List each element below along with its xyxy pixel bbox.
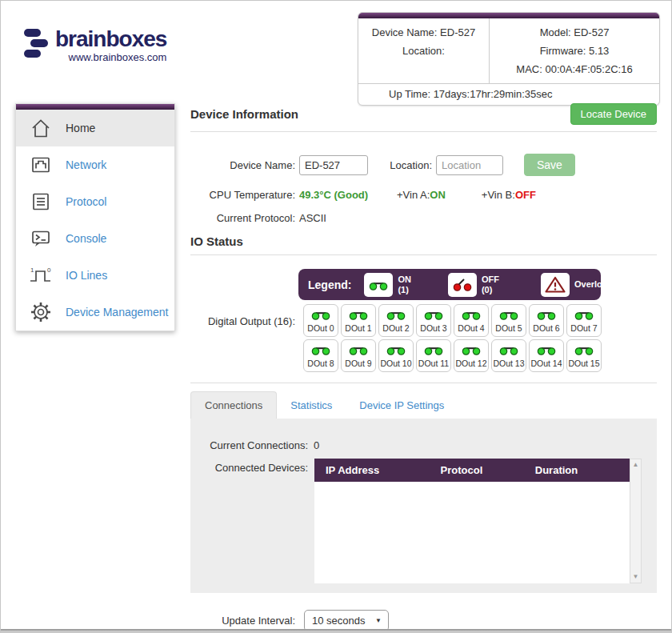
dout-label: DOut 5: [495, 323, 522, 333]
brand-name: brainboxes: [55, 28, 166, 50]
dout-label: DOut 6: [533, 323, 559, 333]
location-input[interactable]: [436, 155, 503, 175]
summary-model: Model: ED-527: [493, 23, 656, 42]
summary-firmware: Firmware: 5.13: [493, 42, 656, 60]
update-interval-select[interactable]: 10 seconds ▼: [304, 610, 389, 631]
io-lines-icon: 10: [16, 264, 66, 286]
brainboxes-logo-icon: [23, 28, 49, 65]
dout-5-button[interactable]: DOut 5: [491, 304, 526, 337]
switch-on-icon: [423, 344, 444, 359]
legend-off-sub: (0): [482, 285, 499, 295]
sidebar-item-label: Home: [66, 122, 95, 134]
switch-on-icon: [574, 344, 594, 359]
legend-off-label: OFF: [482, 274, 499, 285]
table-header-ip-address: IP Address: [314, 464, 441, 476]
dout-12-button[interactable]: DOut 12: [454, 339, 489, 372]
switch-on-icon: [348, 344, 369, 359]
current-protocol-label: Current Protocol:: [190, 212, 295, 224]
dout-10-button[interactable]: DOut 10: [378, 339, 414, 372]
console-icon: [16, 227, 66, 250]
dout-label: DOut 15: [568, 359, 599, 368]
switch-off-icon: [448, 273, 477, 297]
dout-4-button[interactable]: DOut 4: [454, 304, 489, 337]
connected-devices-label: Connected Devices:: [190, 462, 308, 583]
dout-label: DOut 14: [530, 359, 562, 368]
device-summary-box: Device Name: ED-527 Location: Model: ED-…: [358, 12, 660, 106]
dout-8-button[interactable]: DOut 8: [303, 339, 338, 372]
legend-on-sub: (1): [398, 285, 411, 295]
dout-0-button[interactable]: DOut 0: [303, 304, 338, 337]
switch-on-icon: [536, 344, 557, 359]
device-name-input[interactable]: [299, 155, 368, 175]
device-information-title: Device Information: [190, 107, 298, 121]
summary-purple-bar: [358, 13, 659, 18]
sidebar-item-label: Device Management: [66, 306, 168, 319]
scroll-up-icon[interactable]: ▲: [633, 462, 639, 468]
dout-11-button[interactable]: DOut 11: [416, 339, 451, 372]
digital-output-grid: DOut 0DOut 1DOut 2DOut 3DOut 4DOut 5DOut…: [303, 304, 602, 372]
switch-on-icon: [364, 273, 393, 297]
table-scrollbar[interactable]: ▲ ▼: [630, 459, 642, 583]
tab-connections[interactable]: Connections: [190, 391, 277, 419]
dout-label: DOut 3: [420, 323, 446, 333]
dout-label: DOut 11: [418, 359, 449, 368]
dout-7-button[interactable]: DOut 7: [566, 304, 602, 337]
dout-label: DOut 4: [458, 323, 484, 333]
update-interval-value: 10 seconds: [312, 615, 366, 627]
cpu-temperature-label: CPU Temperature:: [190, 189, 295, 201]
dout-14-button[interactable]: DOut 14: [529, 339, 564, 372]
sidebar-item-label: Protocol: [66, 195, 106, 208]
page-bottom-strip: [1, 629, 671, 632]
current-connections-label: Current Connections:: [190, 439, 308, 451]
switch-on-icon: [310, 309, 331, 323]
divider: [190, 254, 657, 255]
dout-2-button[interactable]: DOut 2: [378, 304, 414, 337]
divider: [190, 131, 657, 132]
sidebar-item-io-lines[interactable]: 10IO Lines: [16, 257, 174, 294]
switch-on-icon: [498, 344, 519, 359]
locate-device-button[interactable]: Locate Device: [570, 103, 657, 125]
vin-b-label: +Vin B:: [482, 189, 515, 201]
dout-3-button[interactable]: DOut 3: [416, 304, 451, 337]
summary-device-name: Device Name: ED-527: [362, 23, 486, 42]
switch-on-icon: [386, 344, 406, 359]
svg-text:1: 1: [30, 266, 34, 274]
page: brainboxes www.brainboxes.com Device Nam…: [0, 0, 672, 633]
sidebar-item-console[interactable]: Console: [16, 220, 174, 257]
dout-6-button[interactable]: DOut 6: [529, 304, 564, 337]
sidebar-purple-bar: [16, 104, 174, 110]
save-button[interactable]: Save: [524, 154, 575, 176]
legend-overload-label: Overload: [574, 279, 613, 290]
sidebar-item-home[interactable]: Home: [16, 110, 174, 146]
table-header-row: IP AddressProtocolDuration: [314, 459, 630, 482]
io-legend: Legend: ON (1): [298, 269, 601, 300]
dout-1-button[interactable]: DOut 1: [341, 304, 376, 337]
device-name-label: Device Name:: [190, 159, 295, 171]
protocol-icon: [16, 190, 66, 213]
dout-label: DOut 8: [307, 359, 334, 368]
connected-devices-table: IP AddressProtocolDuration: [314, 459, 630, 583]
sidebar-item-network[interactable]: Network: [16, 146, 174, 183]
sidebar-item-label: Network: [66, 158, 106, 171]
sidebar-item-label: IO Lines: [66, 269, 107, 282]
home-icon: [16, 117, 66, 139]
dout-13-button[interactable]: DOut 13: [491, 339, 526, 372]
sidebar-item-device-management[interactable]: Device Management: [16, 294, 174, 331]
dout-15-button[interactable]: DOut 15: [566, 339, 602, 372]
current-connections-value: 0: [314, 439, 319, 451]
tab-device-ip-settings[interactable]: Device IP Settings: [346, 392, 458, 419]
legend-label: Legend:: [308, 278, 351, 291]
tab-statistics[interactable]: Statistics: [277, 392, 346, 419]
switch-on-icon: [423, 309, 444, 323]
switch-on-icon: [348, 309, 369, 323]
brand-logo: brainboxes www.brainboxes.com: [23, 28, 166, 65]
io-status-title: IO Status: [190, 234, 243, 248]
vin-b-value: OFF: [515, 189, 536, 201]
dout-9-button[interactable]: DOut 9: [341, 339, 376, 372]
scroll-down-icon[interactable]: ▼: [633, 574, 639, 580]
cpu-temperature-value: 49.3°C (Good): [299, 189, 389, 201]
dout-label: DOut 1: [345, 323, 371, 333]
sidebar-item-protocol[interactable]: Protocol: [16, 183, 174, 220]
summary-location: Location:: [362, 42, 486, 60]
dout-label: DOut 12: [455, 359, 486, 368]
